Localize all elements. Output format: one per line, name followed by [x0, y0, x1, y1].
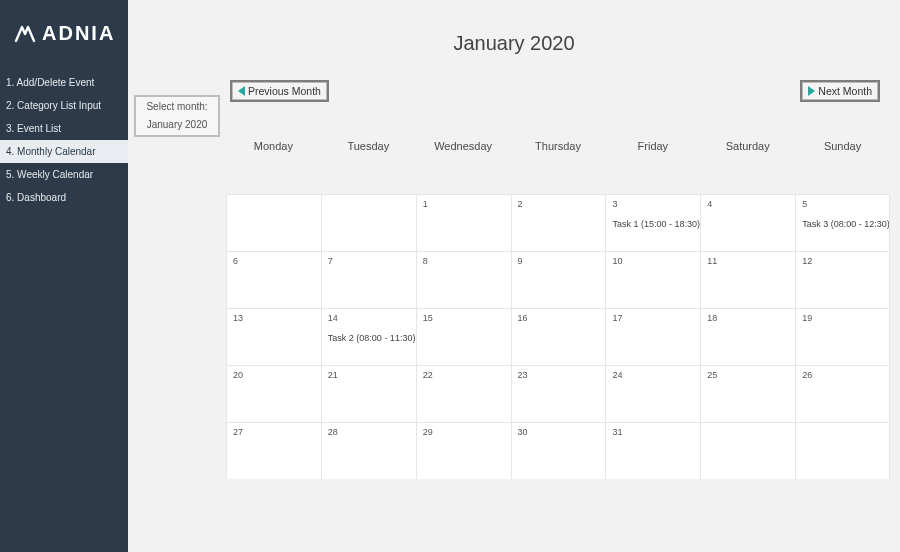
- day-header-cell: Friday: [605, 140, 700, 152]
- calendar-cell: [700, 422, 795, 479]
- sidebar-item-add-delete-event[interactable]: 1. Add/Delete Event: [0, 71, 128, 94]
- calendar-cell[interactable]: 7: [321, 251, 416, 308]
- calendar-cell: [321, 194, 416, 251]
- calendar-cell[interactable]: 27: [226, 422, 321, 479]
- day-number: 31: [612, 427, 694, 437]
- calendar-cell: [226, 194, 321, 251]
- day-number: 26: [802, 370, 883, 380]
- day-header-cell: Thursday: [511, 140, 606, 152]
- calendar-cell[interactable]: 25: [700, 365, 795, 422]
- select-month-label: Select month:: [146, 98, 207, 116]
- day-number: 25: [707, 370, 789, 380]
- calendar-cell[interactable]: 3Task 1 (15:00 - 18:30): [605, 194, 700, 251]
- calendar-event[interactable]: Task 2 (08:00 - 11:30): [328, 333, 410, 343]
- calendar-cell[interactable]: 8: [416, 251, 511, 308]
- day-number: 16: [518, 313, 600, 323]
- calendar-cell[interactable]: 4: [700, 194, 795, 251]
- day-number: 22: [423, 370, 505, 380]
- calendar-cell[interactable]: 22: [416, 365, 511, 422]
- day-number: 11: [707, 256, 789, 266]
- day-header-cell: Tuesday: [321, 140, 416, 152]
- calendar-cell[interactable]: 24: [605, 365, 700, 422]
- calendar-cell: [795, 422, 890, 479]
- calendar-cell[interactable]: 23: [511, 365, 606, 422]
- day-number: 29: [423, 427, 505, 437]
- day-number: 7: [328, 256, 410, 266]
- day-header-cell: Saturday: [700, 140, 795, 152]
- logo: ADNIA: [0, 0, 128, 71]
- day-number: 30: [518, 427, 600, 437]
- day-number: 20: [233, 370, 315, 380]
- sidebar-item-monthly-calendar[interactable]: 4. Monthly Calendar: [0, 140, 128, 163]
- page-title: January 2020: [128, 32, 900, 55]
- calendar-cell[interactable]: 14Task 2 (08:00 - 11:30): [321, 308, 416, 365]
- calendar-cell[interactable]: 29: [416, 422, 511, 479]
- day-number: 28: [328, 427, 410, 437]
- day-number: 12: [802, 256, 883, 266]
- day-number: 8: [423, 256, 505, 266]
- calendar-cell[interactable]: 26: [795, 365, 890, 422]
- calendar-cell[interactable]: 28: [321, 422, 416, 479]
- calendar-cell[interactable]: 21: [321, 365, 416, 422]
- day-number: 17: [612, 313, 694, 323]
- day-number: 5: [802, 199, 883, 209]
- day-number: 1: [423, 199, 505, 209]
- sidebar-item-weekly-calendar[interactable]: 5. Weekly Calendar: [0, 163, 128, 186]
- day-number: 13: [233, 313, 315, 323]
- day-number: 23: [518, 370, 600, 380]
- calendar-cell[interactable]: 5Task 3 (08:00 - 12:30): [795, 194, 890, 251]
- day-header-cell: Wednesday: [416, 140, 511, 152]
- calendar-cell[interactable]: 19: [795, 308, 890, 365]
- calendar-event[interactable]: Task 3 (08:00 - 12:30): [802, 219, 883, 229]
- day-number: 4: [707, 199, 789, 209]
- sidebar-item-category-list-input[interactable]: 2. Category List Input: [0, 94, 128, 117]
- sidebar-item-dashboard[interactable]: 6. Dashboard: [0, 186, 128, 209]
- sidebar-item-event-list[interactable]: 3. Event List: [0, 117, 128, 140]
- triangle-right-icon: [808, 86, 815, 96]
- next-month-label: Next Month: [818, 85, 872, 97]
- calendar-cell[interactable]: 15: [416, 308, 511, 365]
- day-number: 14: [328, 313, 410, 323]
- previous-month-label: Previous Month: [248, 85, 321, 97]
- calendar-cell[interactable]: 12: [795, 251, 890, 308]
- logo-text: ADNIA: [42, 22, 115, 45]
- calendar-cell[interactable]: 1: [416, 194, 511, 251]
- calendar-cell[interactable]: 18: [700, 308, 795, 365]
- day-header-cell: Sunday: [795, 140, 890, 152]
- day-number: 19: [802, 313, 883, 323]
- day-number: 10: [612, 256, 694, 266]
- calendar-cell[interactable]: 9: [511, 251, 606, 308]
- calendar-cell[interactable]: 6: [226, 251, 321, 308]
- triangle-left-icon: [238, 86, 245, 96]
- day-header-cell: Monday: [226, 140, 321, 152]
- calendar-cell[interactable]: 2: [511, 194, 606, 251]
- day-number: 2: [518, 199, 600, 209]
- nav-list: 1. Add/Delete Event2. Category List Inpu…: [0, 71, 128, 209]
- calendar: MondayTuesdayWednesdayThursdayFridaySatu…: [226, 140, 890, 479]
- calendar-cell[interactable]: 11: [700, 251, 795, 308]
- day-number: 6: [233, 256, 315, 266]
- select-month-value: January 2020: [147, 116, 208, 134]
- day-number: 27: [233, 427, 315, 437]
- day-number: 21: [328, 370, 410, 380]
- day-number: 3: [612, 199, 694, 209]
- select-month-box[interactable]: Select month: January 2020: [134, 95, 220, 137]
- logo-icon: [14, 25, 36, 43]
- calendar-cell[interactable]: 31: [605, 422, 700, 479]
- calendar-cell[interactable]: 16: [511, 308, 606, 365]
- calendar-cell[interactable]: 20: [226, 365, 321, 422]
- calendar-cell[interactable]: 13: [226, 308, 321, 365]
- previous-month-button[interactable]: Previous Month: [230, 80, 329, 102]
- main: January 2020 Select month: January 2020 …: [128, 0, 900, 552]
- calendar-grid: 123Task 1 (15:00 - 18:30)45Task 3 (08:00…: [226, 194, 890, 479]
- next-month-button[interactable]: Next Month: [800, 80, 880, 102]
- calendar-cell[interactable]: 10: [605, 251, 700, 308]
- day-number: 24: [612, 370, 694, 380]
- calendar-cell[interactable]: 17: [605, 308, 700, 365]
- calendar-cell[interactable]: 30: [511, 422, 606, 479]
- day-number: 15: [423, 313, 505, 323]
- calendar-event[interactable]: Task 1 (15:00 - 18:30): [612, 219, 694, 229]
- day-header-row: MondayTuesdayWednesdayThursdayFridaySatu…: [226, 140, 890, 152]
- day-number: 9: [518, 256, 600, 266]
- day-number: 18: [707, 313, 789, 323]
